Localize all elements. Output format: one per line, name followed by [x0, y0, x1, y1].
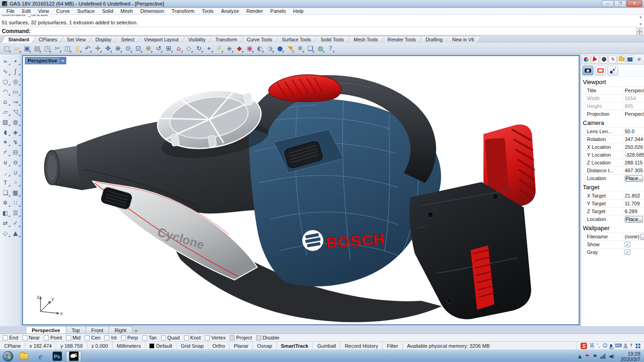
camera-y-location-value[interactable]: -328.585 — [625, 152, 644, 158]
camera-distance-t-value[interactable]: 497.305 — [625, 168, 643, 173]
zoom-selected-button[interactable]: ⊛ — [144, 44, 153, 53]
curve-freeform-button[interactable]: ↝ — [11, 96, 21, 107]
osnap-project-checkbox[interactable] — [230, 335, 235, 340]
toolbar-tab-solid-tools[interactable]: Solid Tools — [314, 36, 351, 43]
status-osnap[interactable]: Osnap — [253, 342, 276, 350]
status-z-0-000[interactable]: z 0.000 — [87, 342, 113, 350]
command-history[interactable]: Command: _SelLast 51 surfaces, 32 polysu… — [0, 15, 644, 27]
export-button[interactable]: ◳ — [42, 44, 52, 53]
block-button[interactable]: ▦ — [11, 187, 21, 198]
cplane-button[interactable]: ◇ — [184, 44, 194, 53]
camera-button[interactable] — [582, 66, 593, 75]
gray-checkbox[interactable]: ✓ — [625, 249, 630, 255]
sogou-grid-icon[interactable] — [636, 344, 640, 348]
menu-view[interactable]: View — [34, 8, 53, 14]
osnap-vertex[interactable]: Vertex — [205, 335, 225, 340]
lock-button[interactable]: ◈ — [224, 44, 234, 53]
camera-location-button[interactable]: Place... — [625, 175, 643, 182]
network-icon[interactable] — [600, 354, 605, 359]
osnap-near-checkbox[interactable] — [23, 335, 28, 340]
toolbar-tab-viewport-layout[interactable]: Viewport Layout — [138, 36, 185, 43]
circle-button[interactable]: ○ — [0, 76, 11, 86]
sogou-up-icon[interactable]: ↑ — [629, 343, 633, 349]
toolbar-tab-set-view[interactable]: Set View — [60, 36, 92, 43]
array-polar-button[interactable]: ✲ — [0, 198, 11, 208]
viewport-tab-top[interactable]: Top — [66, 326, 86, 334]
vacuum-model[interactable]: Cyclone — [23, 56, 579, 324]
close-button[interactable]: ✕ — [627, 0, 642, 7]
taskbar-photoshop-button[interactable]: Ps — [49, 351, 65, 362]
status-ortho[interactable]: Ortho — [208, 342, 230, 350]
paste-button[interactable]: ▯ — [73, 44, 82, 53]
check-button[interactable]: ✓ — [11, 218, 21, 228]
viewport-tab-right[interactable]: Right — [109, 326, 132, 334]
fillet-button[interactable]: ◞ — [0, 167, 11, 177]
osnap-knot[interactable]: Knot — [184, 335, 201, 340]
menu-mesh[interactable]: Mesh — [117, 8, 137, 14]
material-button[interactable]: ◆ — [235, 44, 244, 53]
osnap-tan[interactable]: Tan — [142, 335, 157, 340]
menu-panels[interactable]: Panels — [267, 8, 290, 14]
rotate-view-button[interactable]: ↻ — [194, 44, 204, 53]
status-y-188-759[interactable]: y 188.759 — [56, 342, 87, 350]
toolbar-tab-curve-tools[interactable]: Curve Tools — [240, 36, 278, 43]
camera-lens-len-value[interactable]: 50.0 — [625, 129, 643, 134]
viewport-tab-perspective[interactable]: Perspective — [26, 326, 66, 334]
open-file-button[interactable]: ▱ — [12, 44, 22, 53]
status-smarttrack[interactable]: SmartTrack — [277, 342, 313, 350]
cut-button[interactable]: ✂ — [52, 44, 62, 53]
toolbar-tab-mesh-tools[interactable]: Mesh Tools — [347, 36, 385, 43]
boolean-union-button[interactable]: ⊎ — [0, 157, 11, 167]
toolbar-tab-drafting[interactable]: Drafting — [419, 36, 449, 43]
color-wheel-button[interactable]: ◉ — [245, 44, 254, 53]
print-button[interactable]: ▤ — [32, 44, 42, 53]
pan-button[interactable]: ✛ — [93, 44, 103, 53]
orient-button[interactable]: ⇄ — [0, 218, 11, 228]
target-y-target-value[interactable]: 11.709 — [625, 201, 643, 206]
command-input[interactable] — [33, 28, 644, 34]
menu-analyze[interactable]: Analyze — [217, 8, 242, 14]
osnap-point-checkbox[interactable] — [44, 335, 49, 340]
panel-tab-bomb[interactable] — [600, 56, 608, 63]
shaded-display-button[interactable]: ◐ — [255, 44, 264, 53]
action-center-flag-icon[interactable]: ⚑ — [593, 354, 598, 359]
tray-clock[interactable]: 19:282020/3/7 — [618, 351, 640, 362]
surface-loft-button[interactable]: ◹ — [11, 107, 21, 117]
new-file-button[interactable]: ▢ — [2, 44, 12, 53]
point-cloud-button[interactable]: ⁘ — [11, 177, 21, 187]
status-gumball[interactable]: Gumball — [313, 342, 340, 350]
zoom-extents-button[interactable]: ⊕ — [113, 44, 123, 53]
panel-layout-button[interactable]: ❏ — [305, 44, 315, 53]
mesh-button[interactable]: ◇ — [0, 228, 11, 238]
toolbar-tab-surface-tools[interactable]: Surface Tools — [276, 36, 317, 43]
toolbar-tab-render-tools[interactable]: Render Tools — [381, 36, 423, 43]
move-button[interactable]: ✜ — [103, 44, 113, 53]
menu-transform[interactable]: Transform — [168, 8, 198, 14]
command-spinner-down[interactable]: ▼ — [637, 32, 643, 35]
toolbar-tab-select[interactable]: Select — [115, 36, 141, 43]
set-view-button[interactable]: ⌖ — [204, 44, 214, 53]
explode-button[interactable]: ✶ — [0, 137, 11, 147]
rectangle-button[interactable]: ▭ — [11, 86, 21, 96]
panel-tab-gear[interactable] — [635, 56, 643, 63]
osnap-quad-checkbox[interactable] — [161, 335, 166, 340]
rendered-display-button[interactable]: ● — [275, 44, 285, 53]
osnap-end-checkbox[interactable] — [3, 335, 8, 340]
osnap-int-checkbox[interactable] — [104, 335, 109, 340]
viewport-title-value[interactable]: Perspective — [625, 88, 644, 93]
menu-file[interactable]: File — [3, 8, 18, 14]
panel-tab-picture[interactable] — [626, 56, 634, 63]
sogou-person-icon[interactable] — [624, 344, 627, 346]
copy-button[interactable]: ◫ — [63, 44, 72, 53]
viewport-tab-front[interactable]: Front — [86, 326, 109, 334]
menu-dimension[interactable]: Dimension — [137, 8, 168, 14]
viewport-rect-button[interactable] — [595, 66, 606, 75]
projection-value[interactable]: Perspecti... — [625, 111, 644, 117]
save-button[interactable]: ▣ — [22, 44, 32, 53]
viewport-title-dropdown[interactable]: ▼ — [60, 57, 66, 64]
osnap-project[interactable]: Project — [230, 335, 252, 340]
toolbar-tab-new-in-v6[interactable]: New in V6 — [446, 36, 481, 43]
osnap-cen[interactable]: Cen — [85, 335, 100, 340]
surface-grid-button[interactable]: ☰ — [11, 208, 21, 218]
panel-tab-material-cone[interactable] — [591, 56, 599, 63]
